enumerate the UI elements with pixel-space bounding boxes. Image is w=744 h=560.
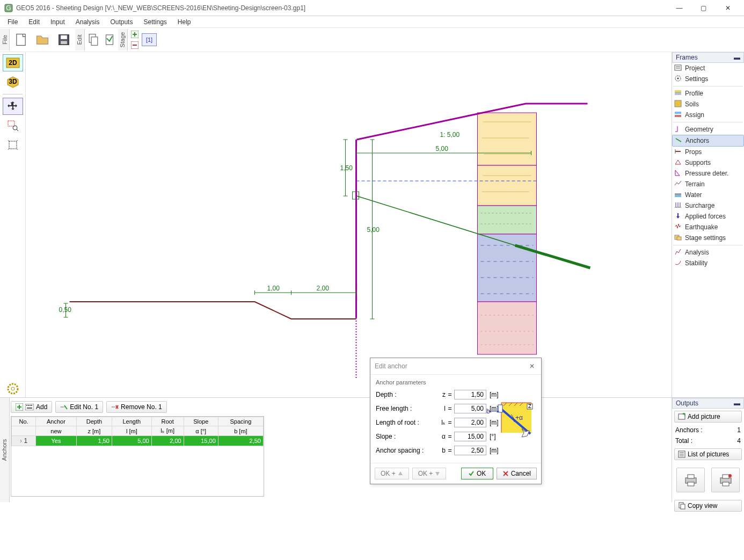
slope-input[interactable] (454, 432, 486, 441)
svg-point-61 (677, 78, 679, 79)
stage-tab-1[interactable]: [1] (142, 33, 157, 46)
picture-add-icon (678, 413, 685, 420)
svg-rect-22 (478, 165, 537, 206)
svg-rect-5 (61, 41, 67, 44)
stage-remove-icon[interactable] (131, 41, 138, 49)
cancel-icon (502, 470, 509, 477)
cancel-button[interactable]: Cancel (497, 468, 537, 479)
frame-water[interactable]: Water (672, 190, 744, 200)
table-row[interactable]: › 1 Yes1,505,002,0015,002,50 (12, 436, 264, 446)
frame-terrain[interactable]: Terrain (672, 179, 744, 190)
svg-rect-81 (677, 237, 681, 240)
frame-pressure[interactable]: Pressure deter. (672, 168, 744, 179)
svg-rect-23 (478, 206, 537, 234)
app-icon: G (4, 4, 13, 12)
svg-rect-83 (25, 404, 34, 410)
menu-edit[interactable]: Edit (23, 17, 45, 27)
menu-help[interactable]: Help (172, 17, 196, 27)
svg-rect-88 (27, 408, 32, 409)
stage-add-icon[interactable] (131, 31, 138, 38)
svg-text:0,50: 0,50 (59, 306, 72, 314)
frame-props[interactable]: Props (672, 147, 744, 157)
svg-rect-15 (8, 121, 14, 126)
window-title: GEO5 2016 - Sheeting Design [V:\_NEW_WEB… (16, 4, 667, 12)
svg-rect-65 (675, 100, 681, 107)
printer-icon (718, 472, 733, 488)
frame-stability[interactable]: Stability (672, 258, 744, 268)
ok-up-button[interactable]: OK + (375, 468, 409, 479)
arrow-down-icon (435, 471, 440, 476)
zoom-extents-button[interactable] (3, 136, 23, 154)
menu-file[interactable]: File (2, 17, 23, 27)
frame-applied-forces[interactable]: Applied forces (672, 211, 744, 222)
depth-input[interactable] (454, 390, 486, 399)
minimize-button[interactable]: — (667, 1, 691, 16)
ok-down-button[interactable]: OK + (412, 468, 447, 479)
frame-geometry[interactable]: Geometry (672, 124, 744, 135)
print-1-button[interactable] (676, 468, 705, 492)
svg-point-20 (11, 387, 14, 390)
copy-button[interactable] (86, 29, 101, 50)
pan-button[interactable] (3, 98, 23, 115)
svg-rect-101 (723, 475, 729, 478)
save-file-button[interactable] (54, 29, 74, 50)
root-length-input[interactable] (454, 418, 486, 427)
menu-analysis[interactable]: Analysis (70, 17, 105, 27)
fieldset-title: Anchor parameters (376, 379, 536, 386)
frame-anchors[interactable]: Anchors (672, 135, 744, 147)
open-file-button[interactable] (32, 29, 53, 50)
minimize-icon[interactable]: ▬ (734, 54, 740, 61)
drawing-canvas[interactable]: 0,50 1,00 2,00 1,50 5,00 5,00 1: 5,00 (26, 52, 672, 397)
outputs-panel: Outputs▬ Add picture Anchors :1 Total :4… (672, 398, 744, 502)
frame-earthquake[interactable]: Earthquake (672, 222, 744, 232)
svg-rect-24 (478, 234, 537, 302)
edit-anchor-button[interactable]: Edit No. 1 (55, 401, 103, 413)
printer-icon (683, 472, 698, 488)
svg-marker-71 (675, 160, 681, 164)
svg-rect-7 (91, 37, 98, 46)
svg-line-17 (17, 129, 18, 131)
minimize-icon[interactable]: ▬ (734, 399, 740, 407)
check-icon (468, 470, 475, 477)
frame-assign[interactable]: Assign (672, 110, 744, 120)
ok-button[interactable]: OK (461, 468, 493, 479)
svg-text:1,00: 1,00 (267, 285, 280, 292)
svg-rect-18 (9, 141, 17, 149)
view-2d-button[interactable]: 2D (3, 54, 23, 71)
view-3d-button[interactable]: 3D (3, 74, 23, 91)
svg-rect-102 (723, 482, 729, 486)
menu-input[interactable]: Input (45, 17, 70, 27)
spacing-input[interactable] (454, 446, 486, 455)
list-pictures-button[interactable]: List of pictures (674, 448, 742, 460)
settings-gear-button[interactable] (3, 380, 23, 397)
menu-settings[interactable]: Settings (138, 17, 172, 27)
close-button[interactable]: ✕ (716, 1, 740, 16)
svg-rect-4 (61, 35, 67, 39)
paste-button[interactable] (102, 29, 117, 50)
anchors-table[interactable]: No.AnchorDepthLengthRootSlopeSpacing new… (11, 416, 264, 497)
dialog-close-button[interactable]: ✕ (527, 361, 537, 371)
frame-project[interactable]: Project (672, 63, 744, 74)
edit-anchor-dialog: Edit anchor✕ Anchor parameters Depth :z=… (370, 358, 542, 484)
frame-profile[interactable]: Profile (672, 88, 744, 99)
add-picture-button[interactable]: Add picture (674, 411, 742, 423)
frame-supports[interactable]: Supports (672, 157, 744, 168)
menu-outputs[interactable]: Outputs (105, 17, 138, 27)
frame-surcharge[interactable]: Surcharge (672, 200, 744, 211)
frame-settings[interactable]: Settings (672, 74, 744, 84)
remove-anchor-button[interactable]: Remove No. 1 (106, 401, 167, 413)
frames-header: Frames▬ (672, 52, 744, 63)
new-file-button[interactable] (11, 29, 31, 50)
copy-view-button[interactable]: Copy view (674, 500, 742, 512)
maximize-button[interactable]: ▢ (691, 1, 716, 16)
add-anchor-button[interactable]: Add (11, 401, 52, 413)
frame-soils[interactable]: Soils (672, 99, 744, 110)
svg-marker-79 (676, 216, 680, 219)
free-length-input[interactable] (454, 404, 486, 413)
frame-analysis[interactable]: Analysis (672, 247, 744, 258)
svg-rect-67 (675, 115, 681, 117)
frame-stage-settings[interactable]: Stage settings (672, 232, 744, 243)
print-2-button[interactable] (711, 468, 740, 492)
svg-text:1: 5,00: 1: 5,00 (440, 131, 460, 139)
zoom-select-button[interactable] (3, 117, 23, 134)
